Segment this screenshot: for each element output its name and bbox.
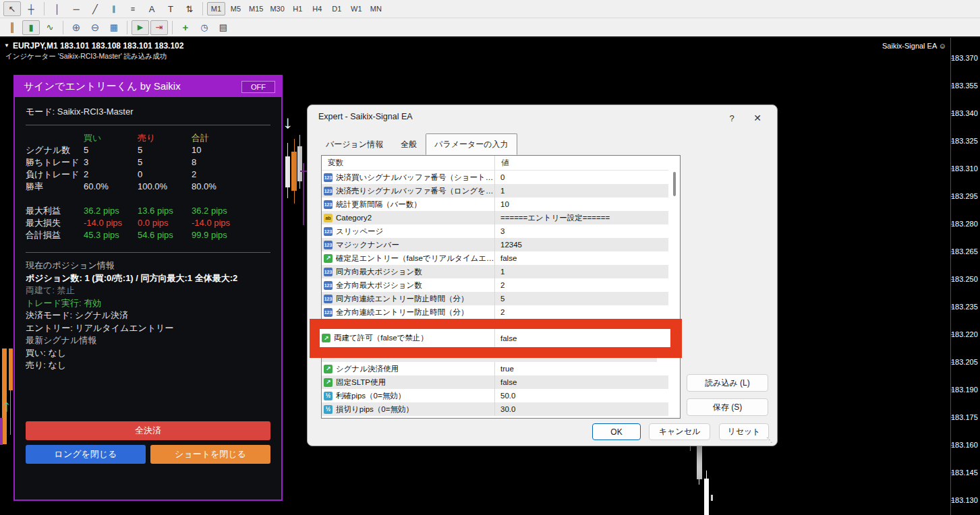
timeframe-button[interactable]: M5 — [227, 2, 245, 16]
parameter-row[interactable]: ½損切りpips（0=無効） 30.0 — [322, 402, 668, 416]
param-name: 損切りpips（0=無効） — [336, 404, 413, 415]
timeframe-button[interactable]: D1 — [328, 2, 346, 16]
vline-icon[interactable]: │▾ — [49, 1, 66, 16]
stats-column-header: 売り — [138, 132, 192, 144]
timeframe-button[interactable]: W1 — [347, 2, 366, 16]
position-info-line: 最新シグナル情報 — [26, 334, 270, 347]
ok-button[interactable]: OK — [592, 423, 641, 440]
timeframe-button[interactable]: MN — [367, 2, 385, 16]
param-value[interactable]: true — [494, 362, 668, 375]
toolbar-separator — [172, 21, 173, 34]
param-name: 決済売りシグナルバッファ番号（ロングを閉じる） — [336, 186, 494, 196]
parameter-row[interactable]: 123スリッページ 3 — [322, 224, 668, 238]
parameter-row[interactable]: ↗固定SLTP使用 false — [322, 375, 668, 389]
cancel-button[interactable]: キャンセル — [649, 423, 710, 440]
parameter-row[interactable]: 123統計更新間隔（バー数） 10 — [322, 198, 668, 211]
dialog-tab[interactable]: バージョン情報 — [317, 135, 392, 155]
param-value[interactable]: 50.0 — [494, 389, 668, 402]
text-icon[interactable]: A▾ — [143, 1, 161, 16]
indicator-mark — [300, 171, 307, 172]
label-icon[interactable]: T▾ — [162, 1, 179, 16]
parameter-row[interactable]: 123同方向連続エントリー防止時間（分） 5 — [322, 292, 668, 305]
shapes-icon[interactable]: ⇅▾ — [181, 1, 198, 16]
close-icon[interactable]: ✕ — [747, 111, 768, 125]
stats-row-label: シグナル数 — [26, 144, 84, 156]
parameter-row[interactable]: 123決済買いシグナルバッファ番号（ショートを閉じ·.. 0 — [322, 171, 668, 184]
param-value[interactable]: false — [494, 329, 670, 347]
price-axis[interactable]: 183.370183.355183.340183.325183.310183.2… — [950, 38, 980, 515]
parameter-row[interactable]: 123決済売りシグナルバッファ番号（ロングを閉じる） 1 — [322, 184, 668, 198]
linechart-icon[interactable]: ∿▾ — [41, 20, 59, 35]
mode-line: モード: Saikix-RCI3-Master — [26, 106, 270, 118]
param-value[interactable]: 10 — [494, 198, 668, 211]
param-value[interactable]: 3 — [494, 224, 668, 238]
param-value[interactable]: ======エントリー設定====== — [494, 211, 668, 224]
dialog-tab[interactable]: パラメーターの入力 — [426, 133, 517, 155]
highlight-zone: ↗両建て許可（falseで禁止） false — [322, 319, 668, 358]
cursor-icon[interactable]: ↖▾ — [3, 1, 21, 16]
param-value[interactable]: 2 — [494, 305, 668, 319]
hline-icon[interactable]: ─▾ — [67, 1, 85, 16]
parameter-row[interactable]: ½利確pips（0=無効） 50.0 — [322, 389, 668, 402]
parameter-row[interactable]: ↗シグナル決済使用 true — [322, 362, 668, 375]
param-value[interactable]: 1 — [494, 184, 668, 198]
param-value[interactable]: 0 — [494, 171, 668, 184]
parameter-row-highlighted[interactable]: ↗両建て許可（falseで禁止） false — [320, 329, 670, 347]
stats-row-label: 勝ちトレード — [26, 156, 84, 169]
position-info-line: 買い: なし — [26, 347, 270, 360]
fibonacci-icon[interactable]: ≡▾ — [124, 1, 142, 16]
timeframe-button[interactable]: M30 — [267, 2, 287, 16]
bars-icon[interactable]: ║▾ — [3, 20, 21, 35]
crosshair-icon[interactable]: ┼▾ — [22, 1, 40, 16]
close-short-button[interactable]: ショートを閉じる — [150, 445, 270, 464]
price-tick-label: 183.130 — [951, 496, 977, 504]
reset-button[interactable]: リセット — [719, 423, 769, 440]
price-tick-label: 183.280 — [951, 220, 977, 228]
channel-icon[interactable]: ∥▾ — [105, 1, 123, 16]
parameter-row[interactable]: 123マジックナンバー 12345 — [322, 238, 668, 251]
price-tick-label: 183.340 — [951, 109, 977, 117]
param-type-icon: 123 — [324, 308, 333, 317]
param-value[interactable]: 1 — [494, 265, 668, 278]
table-scrollbar[interactable] — [673, 172, 676, 196]
ea-toggle-button[interactable]: OFF — [241, 81, 275, 93]
pips-row-label: 最大損失 — [26, 217, 84, 229]
candles-icon[interactable]: ▮▾ — [22, 20, 40, 35]
param-value[interactable]: false — [494, 251, 668, 265]
timeframe-button[interactable]: H4 — [308, 2, 326, 16]
param-name: 同方向最大ポジション数 — [336, 267, 422, 277]
parameter-row[interactable]: ↗確定足エントリー（falseでリアルタイムエントリー） false — [322, 251, 668, 265]
dialog-tab[interactable]: 全般 — [392, 135, 426, 155]
close-long-button[interactable]: ロングを閉じる — [26, 445, 146, 464]
autoscroll-icon[interactable]: ▶▾ — [132, 20, 149, 35]
timeframe-button[interactable]: H1 — [289, 2, 307, 16]
templates-icon[interactable]: ▤▾ — [214, 20, 232, 35]
zoomout-icon[interactable]: ⊖▾ — [86, 20, 104, 35]
param-value[interactable]: 30.0 — [494, 402, 668, 416]
parameter-row[interactable]: 123同方向最大ポジション数 1 — [322, 265, 668, 278]
periods-icon[interactable]: ◷▾ — [196, 20, 213, 35]
param-value[interactable]: 2 — [494, 278, 668, 292]
parameter-row[interactable]: 123全方向最大ポジション数 2 — [322, 278, 668, 292]
timeframe-button[interactable]: M15 — [246, 2, 266, 16]
shiftchart-icon[interactable]: ⇥▾ — [150, 20, 168, 35]
save-button[interactable]: 保存 (S) — [687, 398, 768, 416]
timeframe-button[interactable]: M1 — [207, 2, 225, 16]
sell-arrow-icon: ↓ — [282, 113, 293, 131]
tile-icon[interactable]: ▦▾ — [105, 20, 123, 35]
resize-grip[interactable]: ⋱ — [766, 436, 773, 444]
collapse-icon[interactable]: ▼ — [4, 43, 9, 49]
indicators-icon[interactable]: +▾ — [177, 20, 194, 35]
trendline-icon[interactable]: ╱▾ — [86, 1, 104, 16]
close-all-button[interactable]: 全決済 — [26, 421, 270, 440]
param-value[interactable]: false — [494, 375, 668, 389]
param-type-icon: 123 — [324, 241, 333, 249]
zoomin-icon[interactable]: ⊕▾ — [67, 20, 85, 35]
ea-smiley-icon[interactable]: ☺ — [939, 42, 946, 50]
load-button[interactable]: 読み込み (L) — [687, 374, 768, 392]
param-value[interactable]: 12345 — [494, 238, 668, 251]
parameter-row[interactable]: abCategory2 ======エントリー設定====== — [322, 211, 668, 224]
param-value[interactable]: 5 — [494, 292, 668, 305]
help-button[interactable]: ? — [722, 111, 742, 125]
parameter-row[interactable]: 123全方向連続エントリー防止時間（分） 2 — [322, 305, 668, 319]
